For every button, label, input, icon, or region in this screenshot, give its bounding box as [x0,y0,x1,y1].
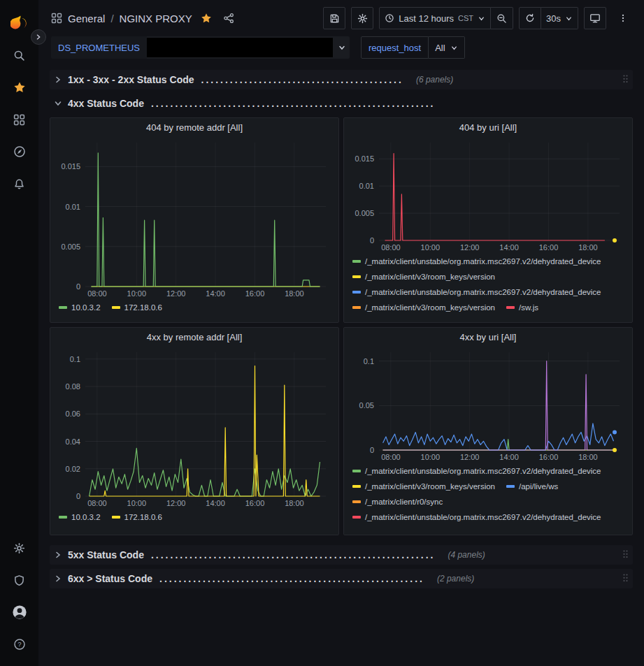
dashboard-settings-button[interactable] [351,7,373,29]
panel-header[interactable]: 404 by remote addr [All] [50,118,338,137]
row-4xx-status-code[interactable]: 4xx Status Code.........................… [50,94,633,113]
row-panel-count: (2 panels) [437,574,474,584]
panel-4xx-by-remote-addr: 4xx by remote addr [All] 00.020.040.060.… [50,327,339,535]
time-series-chart[interactable]: 00.0050.010.01508:0010:0012:0014:0016:00… [56,137,333,299]
svg-text:18:00: 18:00 [285,499,304,507]
legend-item[interactable]: 172.18.0.6 [112,303,162,312]
row-drag-handle[interactable] [622,549,629,560]
legend-label: /_matrix/client/unstable/org.matrix.msc2… [365,288,601,296]
row-title: 6xx > Status Code [68,573,152,584]
svg-text:08:00: 08:00 [87,499,107,507]
kebab-menu-icon [618,13,628,23]
legend-item[interactable]: /_matrix/client/unstable/org.matrix.msc2… [352,257,601,266]
refresh-button[interactable] [519,7,541,29]
chart-legend: /_matrix/client/unstable/org.matrix.msc2… [344,253,632,322]
tv-mode-button[interactable] [584,7,606,29]
legend-item[interactable]: /_matrix/client/unstable/org.matrix.msc2… [352,288,601,296]
legend-label: /_matrix/client/unstable/org.matrix.msc2… [365,467,601,475]
row-6xx-status-code[interactable]: 6xx > Status Code.......................… [50,569,633,588]
row-drag-handle[interactable] [622,74,629,85]
zoom-out-button[interactable] [491,7,513,29]
svg-text:14:00: 14:00 [206,499,225,507]
svg-text:10:00: 10:00 [127,289,147,298]
svg-text:12:00: 12:00 [166,289,186,298]
chart-legend: 10.0.3.2172.18.0.6 [50,299,338,322]
help-icon[interactable]: ? [5,630,34,659]
time-series-chart[interactable]: 00.020.040.060.080.108:0010:0012:0014:00… [56,347,333,509]
panel-header[interactable]: 404 by uri [All] [344,118,632,137]
svg-text:16:00: 16:00 [539,243,559,252]
refresh-interval-dropdown[interactable]: 30s [541,7,578,29]
variables-bar: DS_PROMETHEUS request_host All [38,36,644,61]
legend-item[interactable]: /_matrix/client/v3/room_keys/version [352,273,495,281]
configuration-gear-icon[interactable] [5,533,34,563]
svg-text:0.1: 0.1 [364,357,374,365]
svg-text:0: 0 [370,446,374,454]
legend-swatch [352,291,361,294]
svg-text:16:00: 16:00 [245,289,265,298]
more-options-button[interactable] [612,7,634,29]
panel-header[interactable]: 4xx by remote addr [All] [50,328,338,347]
legend-item[interactable]: /_matrix/client/unstable/org.matrix.msc2… [352,513,601,521]
legend-item[interactable]: 10.0.3.2 [59,513,101,521]
grafana-logo[interactable] [5,8,34,38]
panel-header[interactable]: 4xx by uri [All] [344,328,632,347]
svg-text:10:00: 10:00 [421,243,441,252]
svg-text:12:00: 12:00 [460,243,480,252]
legend-item[interactable]: /_matrix/client/unstable/org.matrix.msc2… [352,467,601,475]
breadcrumb-separator: / [110,13,113,24]
svg-text:0.005: 0.005 [355,209,374,217]
starred-dashboards-icon[interactable] [5,73,34,102]
grafana-app: ? General / NGINX PROXY [0,0,644,666]
row-1xx-3xx-2xx-status-code[interactable]: 1xx - 3xx - 2xx Status Code.............… [50,70,633,89]
chart-svg: 00.0050.010.01508:0010:0012:0014:0016:00… [56,137,333,299]
chart-svg: 00.020.040.060.080.108:0010:0012:0014:00… [56,347,333,509]
breadcrumb-section[interactable]: General [68,13,105,24]
legend-swatch [112,516,120,519]
legend-item[interactable]: /api/live/ws [506,482,558,491]
refresh-interval-label: 30s [546,13,561,24]
legend-item[interactable]: /_matrix/client/v3/room_keys/version [352,303,495,312]
share-icon[interactable] [223,13,234,24]
save-dashboard-button[interactable] [323,7,345,29]
favorite-star-icon[interactable] [201,13,212,24]
sidebar-expand-button[interactable] [31,29,46,45]
chevron-down-icon [565,15,573,22]
redacted-variable-value [147,38,333,57]
time-series-chart[interactable]: 00.050.108:0010:0012:0014:0016:0018:00 [350,347,627,463]
legend-item[interactable]: 172.18.0.6 [112,513,162,521]
legend-item[interactable]: /sw.js [506,303,538,312]
chart-svg: 00.050.108:0010:0012:0014:0016:0018:00 [350,347,627,463]
panel-title-text: 404 by remote addr [All] [146,122,243,133]
svg-text:0.015: 0.015 [61,162,80,171]
gear-icon [357,13,368,24]
svg-text:12:00: 12:00 [166,499,186,507]
legend-item[interactable]: /_matrix/client/r0/sync [352,498,443,506]
legend-item[interactable]: /_matrix/client/v3/room_keys/version [352,482,495,491]
server-admin-shield-icon[interactable] [5,565,34,595]
time-range-picker[interactable]: Last 12 hours CST [379,7,491,29]
row-5xx-status-code[interactable]: 5xx Status Code.........................… [50,545,633,565]
chart-legend: 10.0.3.2172.18.0.6 [50,509,338,535]
svg-text:0.05: 0.05 [359,401,374,410]
svg-text:0.04: 0.04 [66,437,80,446]
legend-swatch [352,306,361,309]
svg-text:18:00: 18:00 [578,243,598,252]
legend-swatch [59,306,67,309]
time-series-chart[interactable]: 00.0050.010.01508:0010:0012:0014:0016:00… [350,137,627,253]
request-host-variable-select[interactable]: All [429,36,464,59]
breadcrumb-dashboard-title[interactable]: NGINX PROXY [120,13,192,24]
datasource-variable-select[interactable] [147,36,350,59]
request-host-variable: request_host All [361,36,465,59]
legend-item[interactable]: 10.0.3.2 [59,303,101,312]
svg-text:18:00: 18:00 [285,289,304,298]
user-avatar[interactable] [5,598,34,627]
alerting-bell-icon[interactable] [5,169,34,198]
legend-swatch [352,500,361,503]
explore-compass-icon[interactable] [5,137,34,166]
row-drag-handle[interactable] [622,573,629,584]
breadcrumb: General / NGINX PROXY [51,13,234,24]
dashboards-icon[interactable] [5,105,34,134]
save-icon [329,13,340,24]
search-icon[interactable] [5,41,34,70]
